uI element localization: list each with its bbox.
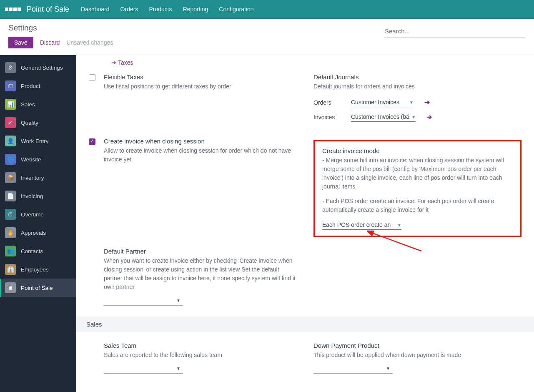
nav-reporting[interactable]: Reporting	[183, 6, 208, 13]
caret-down-icon: ▼	[386, 366, 390, 371]
chart-icon: 📊	[5, 99, 16, 110]
settings-content: ➔ Taxes Flexible Taxes Use fiscal positi…	[76, 55, 534, 392]
sidebar-item-workentry[interactable]: 👤Work Entry	[0, 132, 76, 150]
default-partner-desc: When you want to create invoice either b…	[104, 256, 297, 291]
tag-icon: 🏷	[5, 80, 16, 91]
nav-configuration[interactable]: Configuration	[219, 6, 253, 13]
taxes-link-label: Taxes	[118, 59, 133, 66]
flexible-taxes-title: Flexible Taxes	[104, 73, 231, 80]
sidebar-item-approvals[interactable]: ✋Approvals	[0, 224, 76, 242]
search-input[interactable]	[384, 25, 526, 38]
sidebar-item-quality[interactable]: ✔Quality	[0, 113, 76, 132]
control-bar: Settings Save Discard Unsaved changes	[0, 19, 534, 55]
sidebar-item-overtime[interactable]: ⏱Overtime	[0, 205, 76, 224]
sidebar-item-general[interactable]: ⚙General Settings	[0, 58, 76, 77]
nav-dashboard[interactable]: Dashboard	[81, 6, 110, 13]
sales-section-header: Sales	[76, 317, 534, 332]
orders-journal-dropdown[interactable]: Customer Invoices ▼	[351, 98, 414, 107]
check-icon: ✔	[5, 117, 16, 128]
clock-icon: ⏱	[5, 209, 16, 220]
sidebar-item-pos[interactable]: 🖥Point of Sale	[0, 279, 76, 297]
default-partner-dropdown[interactable]: ▼	[104, 296, 183, 306]
orders-journal-value: Customer Invoices	[351, 99, 399, 106]
gear-icon: ⚙	[5, 62, 16, 73]
down-payment-desc: This product will be applied when down p…	[313, 351, 521, 359]
sidebar-item-label: Invoicing	[21, 193, 43, 199]
sidebar-item-label: Website	[21, 156, 41, 163]
sidebar-item-label: Point of Sale	[21, 285, 53, 291]
sidebar-item-label: Approvals	[21, 230, 46, 236]
create-invoice-desc: Allow to create invoice when closing ses…	[104, 146, 297, 164]
status-text: Unsaved changes	[66, 39, 113, 46]
sidebar-item-label: Quality	[21, 120, 38, 126]
doc-icon: 📄	[5, 191, 16, 201]
tie-icon: 👔	[5, 264, 16, 275]
caret-down-icon: ▼	[409, 100, 414, 105]
app-title[interactable]: Point of Sale	[27, 5, 69, 14]
arrow-right-icon: ➔	[111, 59, 116, 66]
page-title: Settings	[8, 23, 113, 33]
nav-orders[interactable]: Orders	[120, 6, 138, 13]
default-journals-desc: Default journals for orders and invoices	[313, 82, 521, 91]
create-invoice-title: Create invoice when closing session	[104, 138, 297, 145]
discard-button[interactable]: Discard	[40, 39, 60, 46]
save-button[interactable]: Save	[8, 37, 33, 48]
sidebar-item-label: General Settings	[21, 65, 63, 71]
invoice-mode-value: Each POS order create an	[322, 221, 391, 228]
create-invoice-checkbox[interactable]	[89, 138, 95, 145]
globe-icon: 🌐	[5, 154, 16, 165]
orders-label: Orders	[313, 99, 343, 106]
sidebar-item-sales[interactable]: 📊Sales	[0, 95, 76, 113]
hand-icon: ✋	[5, 227, 16, 238]
caret-down-icon: ▼	[411, 115, 416, 119]
sidebar-item-employees[interactable]: 👔Employees	[0, 260, 76, 279]
invoice-mode-dropdown[interactable]: Each POS order create an ▼	[322, 220, 401, 230]
default-journals-title: Default Journals	[313, 73, 521, 80]
box-icon: 📦	[5, 172, 16, 183]
sidebar-item-inventory[interactable]: 📦Inventory	[0, 168, 76, 187]
invoices-journal-value: Customer Invoices (bả	[351, 113, 410, 120]
settings-sidebar: ⚙General Settings 🏷Product 📊Sales ✔Quali…	[0, 55, 76, 392]
invoice-mode-title: Create invoice mode	[322, 147, 513, 154]
sidebar-item-label: Overtime	[21, 211, 44, 218]
caret-down-icon: ▼	[176, 366, 181, 371]
people-icon: 👥	[5, 246, 16, 256]
apps-grid-icon[interactable]	[5, 8, 21, 11]
nav-products[interactable]: Products	[149, 6, 172, 13]
invoices-journal-dropdown[interactable]: Customer Invoices (bả ▼	[351, 112, 416, 122]
sidebar-item-label: Work Entry	[21, 138, 49, 144]
top-navbar: Point of Sale Dashboard Orders Products …	[0, 0, 534, 19]
flexible-taxes-desc: Use fiscal positions to get different ta…	[104, 82, 231, 91]
invoices-label: Invoices	[313, 114, 343, 121]
invoice-mode-desc2: - Each POS order create an invoice: For …	[322, 197, 513, 214]
down-payment-title: Down Payment Product	[313, 342, 521, 349]
sidebar-item-label: Product	[21, 83, 40, 89]
sidebar-item-product[interactable]: 🏷Product	[0, 77, 76, 95]
sales-team-title: Sales Team	[104, 342, 222, 349]
orders-external-link-icon[interactable]: ➔	[424, 98, 430, 106]
sidebar-item-contacts[interactable]: 👥Contacts	[0, 242, 76, 260]
caret-down-icon: ▼	[176, 298, 181, 303]
sidebar-item-label: Inventory	[21, 175, 44, 181]
sidebar-item-website[interactable]: 🌐Website	[0, 150, 76, 168]
default-partner-title: Default Partner	[104, 248, 297, 255]
invoices-external-link-icon[interactable]: ➔	[426, 113, 432, 121]
caret-down-icon: ▼	[397, 223, 401, 227]
down-payment-dropdown[interactable]: ▼	[313, 364, 393, 374]
user-icon: 👤	[5, 136, 16, 146]
flexible-taxes-checkbox[interactable]	[89, 74, 95, 81]
invoice-mode-desc1: - Merge some bill into an invoice: when …	[322, 156, 513, 191]
sidebar-item-invoicing[interactable]: 📄Invoicing	[0, 187, 76, 205]
sales-team-dropdown[interactable]: ▼	[104, 364, 183, 374]
sidebar-item-label: Sales	[21, 101, 35, 108]
sidebar-item-label: Contacts	[21, 248, 43, 254]
sidebar-item-label: Employees	[21, 266, 49, 273]
taxes-link[interactable]: ➔ Taxes	[111, 59, 133, 66]
pos-icon: 🖥	[5, 282, 16, 293]
invoice-mode-highlight: Create invoice mode - Merge some bill in…	[313, 140, 521, 237]
sales-team-desc: Sales are reported to the following sale…	[104, 351, 222, 359]
